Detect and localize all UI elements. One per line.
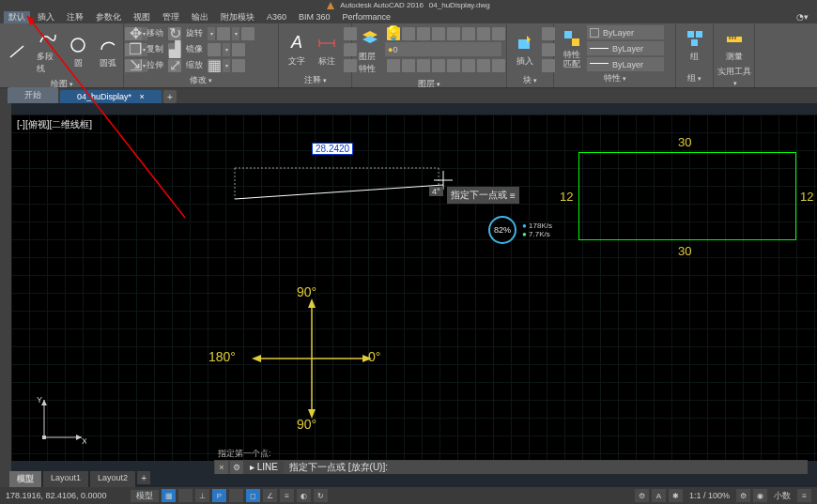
line-button[interactable] <box>3 25 33 77</box>
snap-toggle-icon[interactable] <box>178 489 193 502</box>
iso-toggle-icon[interactable] <box>229 489 243 502</box>
layout-2[interactable]: Layout2 <box>90 471 135 487</box>
layer-properties-button[interactable]: 图层特性 <box>355 25 385 77</box>
tab-manage[interactable]: 管理 <box>158 11 184 23</box>
dim-button[interactable]: 标注 <box>312 25 342 73</box>
mirror-icon[interactable]: ▟ <box>168 43 181 56</box>
panel-title-block[interactable]: 块 <box>510 73 550 87</box>
edit-block-icon[interactable] <box>542 43 555 56</box>
tab-addins[interactable]: 附加模块 <box>216 11 259 23</box>
text-icon: A <box>285 32 308 54</box>
measure-button[interactable]: 测量 <box>717 25 751 65</box>
panel-title-annot[interactable]: 注释 <box>282 73 348 87</box>
tab-default[interactable]: 默认 <box>4 11 30 23</box>
trim-icon[interactable] <box>217 27 230 40</box>
panel-modify: ✥移动↻旋转▾▾ ❐复制▟镜像▾ ⇲拉伸⤢缩放▦▾ 修改 <box>124 23 279 87</box>
panel-title-util[interactable]: 实用工具 <box>717 65 751 88</box>
text-button[interactable]: A文字 <box>282 25 312 73</box>
panel-title-prop[interactable]: 特性 <box>557 71 672 85</box>
lineweight-combo[interactable]: ByLayer <box>587 41 664 55</box>
move-icon[interactable]: ✥ <box>129 27 142 40</box>
osnap-toggle-icon[interactable]: ◻ <box>246 489 260 502</box>
unit-type[interactable]: 小数 <box>770 490 794 502</box>
panel-title-layer[interactable]: 图层 <box>355 77 503 91</box>
cmd-close-icon[interactable]: × <box>215 461 228 474</box>
customize-icon[interactable]: ≡ <box>797 489 811 502</box>
polyline-button[interactable]: 多段线 <box>33 25 63 77</box>
panel-title-group[interactable]: 组 <box>679 71 710 85</box>
tab-annotate[interactable]: 注释 <box>62 11 88 23</box>
performance-widget[interactable]: 82% ● 178K/s ● 7.7K/s <box>488 216 552 244</box>
tab-performance[interactable]: Performance <box>338 12 396 22</box>
tab-current-file[interactable]: 04_huDisplay* × <box>60 90 162 103</box>
arc-icon <box>97 34 119 56</box>
attribute-icon[interactable] <box>542 59 555 72</box>
tab-parametric[interactable]: 参数化 <box>91 11 126 23</box>
left-dock-strip <box>0 103 11 487</box>
tab-bim360[interactable]: BIM 360 <box>294 12 335 22</box>
lwt-toggle-icon[interactable]: ≡ <box>280 489 294 502</box>
tab-output[interactable]: 输出 <box>187 11 213 23</box>
cycling-icon[interactable]: ↻ <box>314 489 328 502</box>
svg-marker-0 <box>327 2 334 9</box>
panel-layer: 图层特性 💡 ● 0 图层 <box>352 23 507 87</box>
svg-text:X: X <box>82 436 86 446</box>
command-line[interactable]: 指定第一个点: × ⚙ ▸ LINE <box>214 448 808 474</box>
grid-toggle-icon[interactable]: ▦ <box>162 489 176 502</box>
svg-rect-11 <box>687 31 694 38</box>
dynamic-dim-input[interactable]: 28.2420 <box>312 143 353 155</box>
tab-view[interactable]: 视图 <box>129 11 155 23</box>
cmd-options-icon[interactable]: ⚙ <box>230 461 243 474</box>
ws-switch-icon[interactable]: ⚙ <box>736 489 750 502</box>
panel-title-modify[interactable]: 修改 <box>127 73 275 87</box>
drawing-rectangle[interactable] <box>578 152 796 240</box>
title-file: 04_huDisplay.dwg <box>429 1 490 9</box>
new-tab-button[interactable]: + <box>163 90 177 103</box>
rotate-icon[interactable]: ↻ <box>168 27 181 40</box>
layout-model[interactable]: 模型 <box>9 471 41 487</box>
cmd-input[interactable] <box>284 461 808 474</box>
polyline-icon <box>37 27 59 50</box>
menu-icon[interactable]: ≡ <box>510 191 516 201</box>
otrack-toggle-icon[interactable]: ∠ <box>263 489 277 502</box>
zoom-display[interactable]: 1:1 / 100% <box>686 491 733 500</box>
array-icon[interactable]: ▦ <box>208 59 221 72</box>
layout-add-button[interactable]: + <box>137 471 150 484</box>
scale-icon[interactable]: ⤢ <box>168 59 181 72</box>
annoscale-icon[interactable]: A <box>652 489 666 502</box>
svg-line-1 <box>10 46 23 57</box>
transparency-icon[interactable]: ◐ <box>297 489 311 502</box>
sb-model[interactable]: 模型 <box>131 490 159 502</box>
viewport-controls[interactable]: [-][俯视][二维线框] <box>17 118 92 131</box>
layer-combo[interactable]: ● 0 <box>385 42 501 56</box>
rubberband-line <box>227 147 453 204</box>
circle-button[interactable]: 圆 <box>63 25 93 77</box>
color-combo[interactable]: ByLayer <box>587 25 664 39</box>
polar-toggle-icon[interactable]: P <box>212 489 226 502</box>
layout-1[interactable]: Layout1 <box>43 471 88 487</box>
svg-rect-38 <box>42 435 46 439</box>
stretch-icon[interactable]: ⇲ <box>129 59 142 72</box>
workspace-icon[interactable]: ⚙ <box>635 489 649 502</box>
ortho-toggle-icon[interactable]: ⊥ <box>195 489 209 502</box>
match-properties-button[interactable]: 特性 匹配 <box>557 25 587 71</box>
cmd-prefix: ▸ LINE <box>250 462 278 472</box>
create-block-icon[interactable] <box>542 27 555 40</box>
ribbon-help-icon[interactable]: ◔▾ <box>792 12 813 22</box>
panel-title-draw[interactable]: 绘图 <box>3 77 120 91</box>
annovis-icon[interactable]: ✱ <box>669 489 683 502</box>
close-tab-icon[interactable]: × <box>140 92 145 101</box>
insert-button[interactable]: 插入 <box>510 25 540 73</box>
arc-button[interactable]: 圆弧 <box>93 25 123 77</box>
tab-a360[interactable]: A360 <box>262 12 291 22</box>
compass-s: 90° <box>297 417 316 432</box>
drawing-canvas[interactable]: [-][俯视][二维线框] 28.2420 4° 指定下一点或≡ 82% ● 1… <box>11 115 817 461</box>
ucs-icon[interactable]: X Y <box>35 395 86 447</box>
bulb-icon[interactable]: 💡 <box>387 27 400 40</box>
hw-accel-icon[interactable]: ◉ <box>753 489 767 502</box>
tab-insert[interactable]: 插入 <box>33 11 59 23</box>
block-insert-icon <box>514 32 536 54</box>
copy-icon[interactable]: ❐ <box>129 43 142 56</box>
fillet-icon[interactable] <box>208 43 221 56</box>
linetype-combo[interactable]: ByLayer <box>587 57 664 71</box>
